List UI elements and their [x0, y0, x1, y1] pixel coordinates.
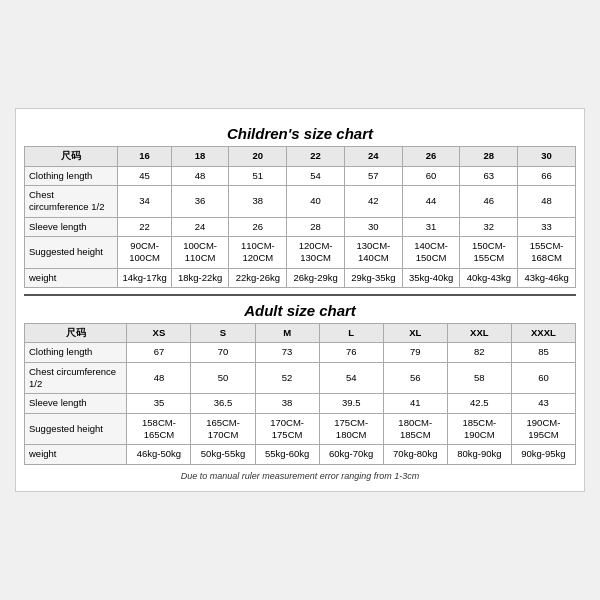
cell-value: 56: [383, 362, 447, 394]
cell-value: 100CM-110CM: [171, 236, 229, 268]
cell-value: 70: [191, 343, 255, 362]
cell-value: 51: [229, 166, 287, 185]
cell-value: 58: [447, 362, 511, 394]
row-label: Sleeve length: [25, 394, 127, 413]
cell-value: 90CM-100CM: [118, 236, 171, 268]
cell-value: 120CM-130CM: [287, 236, 345, 268]
cell-value: 170CM-175CM: [255, 413, 319, 445]
cell-value: 66: [518, 166, 576, 185]
cell-value: 14kg-17kg: [118, 268, 171, 287]
cell-value: 185CM-190CM: [447, 413, 511, 445]
cell-value: 175CM-180CM: [319, 413, 383, 445]
cell-value: 130CM-140CM: [344, 236, 402, 268]
row-label: Sleeve length: [25, 217, 118, 236]
cell-value: 110CM-120CM: [229, 236, 287, 268]
adult-chart-title: Adult size chart: [24, 302, 576, 319]
cell-value: 29kg-35kg: [344, 268, 402, 287]
row-label: Clothing length: [25, 166, 118, 185]
cell-value: 52: [255, 362, 319, 394]
column-header: 尺码: [25, 147, 118, 166]
cell-value: 48: [127, 362, 191, 394]
cell-value: 48: [171, 166, 229, 185]
cell-value: 39.5: [319, 394, 383, 413]
cell-value: 150CM-155CM: [460, 236, 518, 268]
cell-value: 67: [127, 343, 191, 362]
column-header: 20: [229, 147, 287, 166]
cell-value: 40kg-43kg: [460, 268, 518, 287]
cell-value: 28: [287, 217, 345, 236]
column-header: 24: [344, 147, 402, 166]
cell-value: 42.5: [447, 394, 511, 413]
cell-value: 158CM-165CM: [127, 413, 191, 445]
cell-value: 85: [511, 343, 575, 362]
cell-value: 90kg-95kg: [511, 445, 575, 464]
column-header: 16: [118, 147, 171, 166]
column-header: S: [191, 324, 255, 343]
row-label: Clothing length: [25, 343, 127, 362]
cell-value: 50: [191, 362, 255, 394]
table-row: weight14kg-17kg18kg-22kg22kg-26kg26kg-29…: [25, 268, 576, 287]
cell-value: 82: [447, 343, 511, 362]
cell-value: 79: [383, 343, 447, 362]
row-label: Chest circumference 1/2: [25, 185, 118, 217]
cell-value: 155CM-168CM: [518, 236, 576, 268]
cell-value: 26kg-29kg: [287, 268, 345, 287]
cell-value: 26: [229, 217, 287, 236]
footnote-text: Due to manual ruler measurement error ra…: [24, 471, 576, 481]
cell-value: 73: [255, 343, 319, 362]
cell-value: 48: [518, 185, 576, 217]
cell-value: 57: [344, 166, 402, 185]
column-header: 18: [171, 147, 229, 166]
cell-value: 33: [518, 217, 576, 236]
cell-value: 60: [511, 362, 575, 394]
table-row: Suggested height158CM-165CM165CM-170CM17…: [25, 413, 576, 445]
row-label: Chest circumference 1/2: [25, 362, 127, 394]
cell-value: 32: [460, 217, 518, 236]
table-row: Sleeve length3536.53839.54142.543: [25, 394, 576, 413]
table-row: weight46kg-50kg50kg-55kg55kg-60kg60kg-70…: [25, 445, 576, 464]
cell-value: 165CM-170CM: [191, 413, 255, 445]
cell-value: 30: [344, 217, 402, 236]
cell-value: 22kg-26kg: [229, 268, 287, 287]
cell-value: 35kg-40kg: [402, 268, 460, 287]
cell-value: 80kg-90kg: [447, 445, 511, 464]
column-header: 尺码: [25, 324, 127, 343]
table-row: Chest circumference 1/248505254565860: [25, 362, 576, 394]
cell-value: 70kg-80kg: [383, 445, 447, 464]
cell-value: 60: [402, 166, 460, 185]
row-label: weight: [25, 268, 118, 287]
cell-value: 35: [127, 394, 191, 413]
row-label: Suggested height: [25, 236, 118, 268]
cell-value: 41: [383, 394, 447, 413]
cell-value: 18kg-22kg: [171, 268, 229, 287]
cell-value: 38: [255, 394, 319, 413]
cell-value: 36.5: [191, 394, 255, 413]
column-header: 28: [460, 147, 518, 166]
column-header: 22: [287, 147, 345, 166]
cell-value: 22: [118, 217, 171, 236]
cell-value: 45: [118, 166, 171, 185]
column-header: L: [319, 324, 383, 343]
cell-value: 40: [287, 185, 345, 217]
cell-value: 50kg-55kg: [191, 445, 255, 464]
column-header: M: [255, 324, 319, 343]
column-header: 26: [402, 147, 460, 166]
row-label: weight: [25, 445, 127, 464]
adult-size-table: 尺码XSSMLXLXXLXXXL Clothing length67707376…: [24, 323, 576, 465]
children-chart-title: Children's size chart: [24, 125, 576, 142]
row-label: Suggested height: [25, 413, 127, 445]
column-header: XS: [127, 324, 191, 343]
cell-value: 63: [460, 166, 518, 185]
cell-value: 180CM-185CM: [383, 413, 447, 445]
table-row: Sleeve length2224262830313233: [25, 217, 576, 236]
cell-value: 36: [171, 185, 229, 217]
cell-value: 54: [319, 362, 383, 394]
cell-value: 24: [171, 217, 229, 236]
size-chart-card: Children's size chart 尺码1618202224262830…: [15, 108, 585, 492]
column-header: XXXL: [511, 324, 575, 343]
column-header: XL: [383, 324, 447, 343]
cell-value: 31: [402, 217, 460, 236]
cell-value: 60kg-70kg: [319, 445, 383, 464]
cell-value: 42: [344, 185, 402, 217]
column-header: 30: [518, 147, 576, 166]
